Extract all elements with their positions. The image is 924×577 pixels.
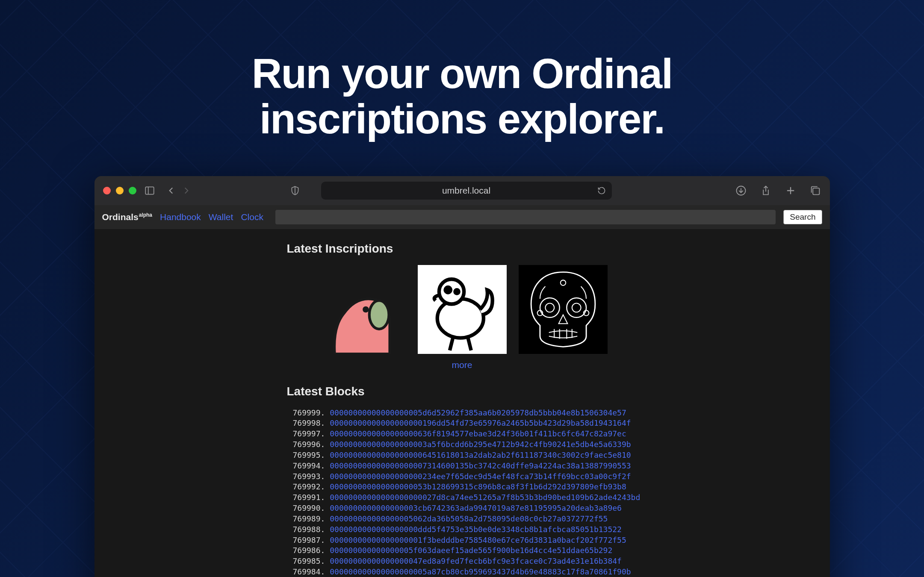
inscription-thumb[interactable]	[317, 265, 406, 354]
svg-point-13	[443, 285, 452, 294]
privacy-shield-icon[interactable]	[289, 185, 301, 196]
brand-logo[interactable]: Ordinalsalpha	[102, 212, 153, 222]
svg-point-18	[567, 298, 586, 318]
block-hash-link[interactable]: 00000000000000000001f3bedddbe7585480e67c…	[330, 536, 626, 545]
block-row: 769998. 00000000000000000000196dd54fd73e…	[293, 418, 638, 429]
svg-point-9	[369, 300, 389, 329]
sidebar-toggle-icon[interactable]	[144, 185, 155, 196]
block-hash-link[interactable]: 000000000000000000053b128699315c896b8ca8…	[330, 482, 626, 491]
block-hash-link[interactable]: 000000000000000000005a87cb80cb959693437d…	[330, 567, 631, 576]
block-height: 769998.	[293, 418, 330, 427]
minimize-icon[interactable]	[116, 187, 124, 194]
svg-line-16	[467, 336, 471, 350]
block-hash-link[interactable]: 00000000000000000000027d8ca74ee51265a7f8…	[330, 493, 640, 502]
block-row: 769985. 00000000000000000047ed8a9fed7fec…	[293, 556, 638, 567]
block-row: 769988. 0000000000000000000ddd5f4753e35b…	[293, 524, 638, 535]
inscription-thumb[interactable]	[519, 265, 608, 354]
block-height: 769986.	[293, 546, 330, 555]
block-height: 769987.	[293, 536, 330, 545]
svg-line-15	[449, 336, 453, 350]
hero-title: Run your own Ordinal inscriptions explor…	[0, 0, 924, 142]
inscription-thumb[interactable]	[418, 265, 507, 354]
nav-wallet[interactable]: Wallet	[209, 212, 233, 222]
block-row: 769999. 00000000000000000005d6d52962f385…	[293, 408, 638, 418]
page-content: Ordinalsalpha Handbook Wallet Clock Sear…	[94, 205, 830, 577]
block-row: 769986. 000000000000000005f063daeef15ade…	[293, 545, 638, 556]
inscriptions-row	[287, 265, 638, 354]
block-height: 769985.	[293, 556, 330, 565]
tab-overview-icon[interactable]	[809, 185, 821, 197]
block-height: 769989.	[293, 514, 330, 523]
nav-handbook[interactable]: Handbook	[160, 212, 201, 222]
block-height: 769997.	[293, 429, 330, 438]
block-hash-link[interactable]: 00000000000000000047ed8a9fed7fecb6bfc9e3…	[330, 556, 622, 565]
block-hash-link[interactable]: 000000000000000005f063daeef15ade565f900b…	[330, 546, 612, 555]
search-button[interactable]: Search	[783, 210, 822, 224]
block-row: 769992. 000000000000000000053b128699315c…	[293, 482, 638, 492]
close-icon[interactable]	[103, 187, 111, 194]
new-tab-icon[interactable]	[785, 185, 797, 197]
block-height: 769996.	[293, 440, 330, 449]
block-height: 769999.	[293, 408, 330, 417]
share-icon[interactable]	[760, 185, 772, 197]
latest-blocks-heading: Latest Blocks	[287, 385, 638, 398]
browser-chrome: umbrel.local	[94, 176, 830, 205]
app-topbar: Ordinalsalpha Handbook Wallet Clock Sear…	[94, 205, 830, 229]
block-height: 769995.	[293, 450, 330, 459]
search-input[interactable]	[275, 210, 776, 224]
back-icon[interactable]	[165, 185, 177, 196]
block-row: 769994. 000000000000000000007314600135bc…	[293, 461, 638, 471]
downloads-icon[interactable]	[735, 185, 747, 197]
block-row: 769984. 000000000000000000005a87cb80cb95…	[293, 567, 638, 577]
block-hash-link[interactable]: 000000000000000000003a5f6bcdd6b295e4712b…	[330, 440, 631, 449]
url-text: umbrel.local	[442, 185, 490, 196]
svg-point-11	[437, 299, 483, 338]
browser-window: umbrel.local Ordinalsalpha Ha	[94, 176, 830, 577]
hero-line-2: inscriptions explorer.	[260, 95, 664, 142]
block-height: 769994.	[293, 461, 330, 470]
block-hash-link[interactable]: 000000000000000000007314600135bc3742c40d…	[330, 461, 631, 470]
svg-point-14	[453, 288, 461, 295]
maximize-icon[interactable]	[129, 187, 136, 194]
block-hash-link[interactable]: 000000000000000000006451618013a2dab2ab2f…	[330, 450, 631, 459]
block-hash-link[interactable]: 0000000000000000003cb6742363ada9947019a8…	[330, 503, 622, 512]
nav-clock[interactable]: Clock	[241, 212, 263, 222]
forward-icon[interactable]	[181, 185, 192, 196]
block-row: 769993. 00000000000000000000234ee7f65dec…	[293, 471, 638, 482]
block-hash-link[interactable]: 00000000000000000000234ee7f65dec9d54ef48…	[330, 472, 631, 481]
block-row: 769989. 000000000000000005062da36b5058a2…	[293, 514, 638, 524]
window-controls	[103, 187, 136, 194]
reload-icon[interactable]	[597, 186, 606, 195]
main-content: Latest Inscriptions	[287, 229, 638, 577]
latest-inscriptions-heading: Latest Inscriptions	[287, 242, 638, 256]
block-row: 769990. 0000000000000000003cb6742363ada9…	[293, 503, 638, 514]
block-height: 769984.	[293, 567, 330, 576]
block-hash-link[interactable]: 00000000000000000005d6d52962f385aa6b0205…	[330, 408, 626, 417]
block-row: 769996. 000000000000000000003a5f6bcdd6b2…	[293, 439, 638, 450]
chrome-right-controls	[735, 185, 821, 197]
block-row: 769991. 00000000000000000000027d8ca74ee5…	[293, 492, 638, 503]
block-hash-link[interactable]: 00000000000000000000196dd54fd73e65976a24…	[330, 418, 631, 427]
block-row: 769997. 0000000000000000000636f8194577eb…	[293, 429, 638, 439]
svg-rect-0	[145, 187, 154, 194]
svg-point-17	[540, 298, 559, 318]
block-height: 769993.	[293, 472, 330, 481]
svg-point-10	[363, 306, 369, 312]
block-row: 769987. 00000000000000000001f3bedddbe758…	[293, 535, 638, 546]
block-list: 769999. 00000000000000000005d6d52962f385…	[287, 408, 638, 577]
url-bar[interactable]: umbrel.local	[321, 182, 612, 200]
block-height: 769991.	[293, 493, 330, 502]
block-height: 769992.	[293, 482, 330, 491]
nav-arrows	[165, 185, 192, 196]
block-row: 769995. 000000000000000000006451618013a2…	[293, 450, 638, 461]
more-link[interactable]: more	[287, 360, 638, 370]
block-hash-link[interactable]: 0000000000000000000ddd5f4753e35b0e0de334…	[330, 525, 622, 534]
block-hash-link[interactable]: 0000000000000000000636f8194577ebae3d24f3…	[330, 429, 626, 438]
block-hash-link[interactable]: 000000000000000005062da36b5058a2d758095d…	[330, 514, 608, 523]
block-height: 769988.	[293, 525, 330, 534]
block-height: 769990.	[293, 503, 330, 512]
svg-rect-8	[813, 188, 819, 194]
hero-line-1: Run your own Ordinal	[252, 50, 673, 97]
brand-sup: alpha	[139, 212, 152, 218]
brand-text: Ordinals	[102, 212, 139, 222]
